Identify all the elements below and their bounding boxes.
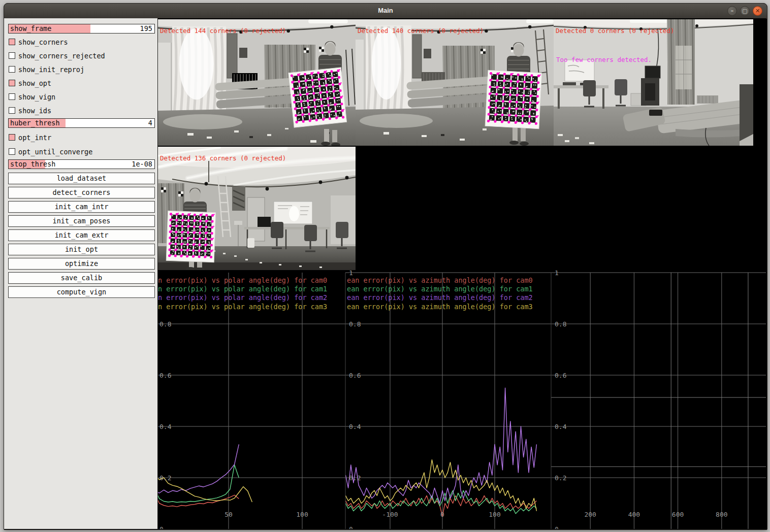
checkbox-show-corners-rejected[interactable]: show_corners_rejected xyxy=(9,52,105,59)
checkbox-label: opt_until_converge xyxy=(18,148,92,156)
compute-vign-button[interactable]: compute_vign xyxy=(8,286,155,298)
slider-value: 1e-08 xyxy=(132,160,152,169)
y-tick-label: 1 xyxy=(349,269,353,277)
y-tick-label: 0.4 xyxy=(349,423,361,430)
x-tick-label: 50 xyxy=(224,511,233,518)
window-controls: – ▢ ✕ xyxy=(727,6,762,16)
x-tick-label: 200 xyxy=(584,511,596,518)
y-tick-label: 0.2 xyxy=(555,474,566,482)
checkbox-label: show_corners_rejected xyxy=(18,52,105,60)
y-tick-label: 1 xyxy=(555,269,559,277)
checkbox-label: show_corners xyxy=(18,38,68,46)
x-tick-label: 0 xyxy=(440,511,444,518)
legend-cam1: ean error(pix) vs azimuth angle(deg) for… xyxy=(347,285,533,293)
init-cam-extr-button[interactable]: init_cam_extr xyxy=(8,229,155,241)
checkbox-icon[interactable] xyxy=(9,107,15,114)
checkbox-icon[interactable] xyxy=(9,148,15,155)
slider-label: show_frame xyxy=(10,24,51,33)
app-window: Main – ▢ ✕ show_frame 195 show_cornerssh… xyxy=(4,3,767,530)
detect-corners-button[interactable]: detect_corners xyxy=(8,187,155,198)
optimize-button[interactable]: optimize xyxy=(8,258,155,270)
y-tick-label: 0.8 xyxy=(555,320,566,328)
detection-status-cam3: Detected 136 corners (0 rejected) xyxy=(160,154,286,162)
slider-value: 195 xyxy=(140,24,152,33)
checkbox-opt-until-converge[interactable]: opt_until_converge xyxy=(9,148,92,155)
checkbox-label: show_opt xyxy=(18,79,51,87)
close-icon[interactable]: ✕ xyxy=(753,6,762,16)
minimize-icon[interactable]: – xyxy=(727,6,737,16)
checkbox-icon[interactable] xyxy=(9,93,15,100)
x-tick-label: 100 xyxy=(296,511,308,518)
y-tick-label: 0.2 xyxy=(159,474,171,482)
y-tick-label: 0.8 xyxy=(159,320,171,328)
slider-value: 4 xyxy=(148,119,152,127)
checkbox-icon[interactable] xyxy=(9,134,15,141)
y-tick-label: 0.4 xyxy=(159,423,171,430)
plot-vignette[interactable] xyxy=(551,273,766,529)
stop-thresh-slider[interactable]: stop_thresh 1e-08 xyxy=(8,159,155,169)
x-tick-label: 600 xyxy=(672,511,684,518)
checkbox-icon[interactable] xyxy=(9,52,15,59)
window-title: Main xyxy=(4,7,767,14)
series-cam2 xyxy=(158,444,239,493)
legend-cam2: n error(pix) vs polar angle(deg) for cam… xyxy=(158,293,327,302)
y-tick-label: 0.6 xyxy=(159,372,171,379)
x-tick-label: 800 xyxy=(716,511,727,518)
checkbox-label: show_vign xyxy=(18,93,55,101)
y-tick-label: 0.6 xyxy=(349,372,361,379)
checkbox-show-vign[interactable]: show_vign xyxy=(9,93,55,101)
y-tick-label: 0 xyxy=(555,525,559,529)
checkbox-show-opt[interactable]: show_opt xyxy=(9,79,51,87)
legend-cam1: n error(pix) vs polar angle(deg) for cam… xyxy=(158,285,327,293)
plots-canvas[interactable] xyxy=(158,18,766,529)
checkbox-opt-intr[interactable]: opt_intr xyxy=(9,134,51,141)
window-content: show_frame 195 show_cornersshow_corners_… xyxy=(4,18,766,529)
checkbox-icon[interactable] xyxy=(9,39,15,45)
y-tick-label: 0.6 xyxy=(555,372,566,379)
legend-cam2: ean error(pix) vs azimuth angle(deg) for… xyxy=(347,293,533,302)
init-cam-poses-button[interactable]: init_cam_poses xyxy=(8,215,155,227)
y-tick-label: 0 xyxy=(159,525,164,529)
checkbox-label: show_ids xyxy=(18,107,51,115)
huber-thresh-slider[interactable]: huber_thresh 4 xyxy=(8,118,155,128)
series-cam0 xyxy=(158,494,239,507)
x-tick-label: 100 xyxy=(489,511,500,518)
show-frame-slider[interactable]: show_frame 195 xyxy=(8,24,155,34)
checkbox-icon[interactable] xyxy=(9,80,15,86)
init-cam-intr-button[interactable]: init_cam_intr xyxy=(8,201,155,213)
legend-cam0: ean error(pix) vs azimuth angle(deg) for… xyxy=(347,276,533,285)
y-tick-label: 0.2 xyxy=(349,474,361,482)
legend-cam3: n error(pix) vs polar angle(deg) for cam… xyxy=(158,303,327,311)
load-dataset-button[interactable]: load_dataset xyxy=(8,173,155,184)
detection-status-cam0: Detected 144 corners (0 rejected) xyxy=(160,27,286,35)
y-tick-label: 0.8 xyxy=(349,320,361,328)
checkbox-show-ids[interactable]: show_ids xyxy=(9,107,51,114)
checkbox-label: opt_intr xyxy=(18,134,51,142)
x-tick-label: -100 xyxy=(382,511,398,518)
detection-status-cam1: Detected 140 corners (0 rejected) xyxy=(358,27,484,35)
save-calib-button[interactable]: save_calib xyxy=(8,272,155,284)
y-tick-label: 0 xyxy=(349,525,353,529)
legend-cam0: n error(pix) vs polar angle(deg) for cam… xyxy=(158,276,327,285)
legend-cam3: ean error(pix) vs azimuth angle(deg) for… xyxy=(347,303,533,311)
render-area: Detected 144 corners (0 rejected) Detect… xyxy=(158,18,766,529)
control-sidebar: show_frame 195 show_cornersshow_corners_… xyxy=(4,18,158,529)
maximize-icon[interactable]: ▢ xyxy=(740,6,750,16)
detection-status-cam2: Detected 0 corners (0 rejected) xyxy=(556,27,674,35)
checkbox-label: show_init_reproj xyxy=(18,65,84,74)
title-bar[interactable]: Main – ▢ ✕ xyxy=(4,4,767,19)
init-opt-button[interactable]: init_opt xyxy=(8,244,155,255)
x-tick-label: 400 xyxy=(628,511,640,518)
checkbox-show-corners[interactable]: show_corners xyxy=(9,38,68,46)
checkbox-show-init-reproj[interactable]: show_init_reproj xyxy=(9,65,84,73)
detection-warning-cam2: Too few corners detected. xyxy=(556,56,652,63)
series-cam2 xyxy=(345,388,536,503)
slider-label: huber_thresh xyxy=(10,119,60,127)
checkbox-icon[interactable] xyxy=(9,66,15,73)
slider-label: stop_thresh xyxy=(10,160,55,169)
y-tick-label: 0.4 xyxy=(555,423,566,430)
